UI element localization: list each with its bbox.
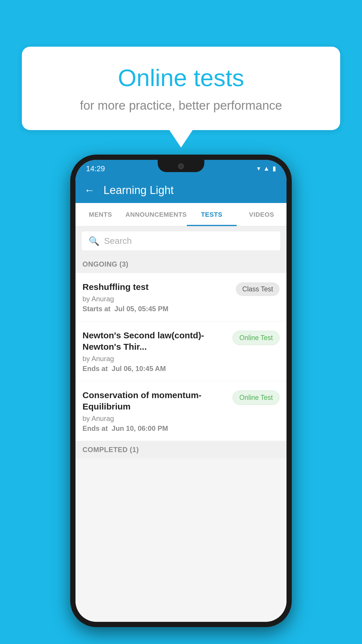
test-time: Ends at Jun 10, 06:00 PM (82, 424, 227, 433)
tab-videos[interactable]: VIDEOS (237, 203, 287, 226)
test-info: Reshuffling test by Anurag Starts at Jul… (82, 281, 230, 313)
tab-ments[interactable]: MENTS (75, 203, 125, 226)
test-name: Newton's Second law(contd)-Newton's Thir… (82, 330, 227, 352)
test-author: by Anurag (82, 355, 227, 363)
test-time: Ends at Jul 06, 10:45 AM (82, 365, 227, 373)
speech-bubble: Online tests for more practice, better p… (22, 47, 340, 130)
app-header: ← Learning Light (75, 177, 287, 203)
tab-tests[interactable]: TESTS (187, 203, 237, 226)
search-icon: 🔍 (89, 236, 99, 246)
tests-list: Reshuffling test by Anurag Starts at Jul… (75, 273, 287, 441)
test-badge-class: Class Test (236, 282, 280, 296)
battery-icon: ▮ (273, 165, 276, 172)
phone-notch (158, 160, 204, 172)
completed-label: COMPLETED (1) (82, 446, 139, 454)
test-item[interactable]: Reshuffling test by Anurag Starts at Jul… (75, 273, 287, 321)
tab-announcements[interactable]: ANNOUNCEMENTS (125, 203, 187, 226)
wifi-icon: ▾ (257, 165, 260, 172)
completed-section-header: COMPLETED (1) (75, 441, 287, 459)
test-info: Conservation of momentum-Equilibrium by … (82, 389, 227, 433)
back-button[interactable]: ← (84, 184, 95, 196)
ongoing-label: ONGOING (3) (82, 260, 129, 268)
tabs-bar: MENTS ANNOUNCEMENTS TESTS VIDEOS (75, 203, 287, 226)
speech-bubble-container: Online tests for more practice, better p… (22, 47, 340, 148)
test-author: by Anurag (82, 414, 227, 423)
signal-icon: ▲ (263, 165, 270, 172)
test-info: Newton's Second law(contd)-Newton's Thir… (82, 330, 227, 373)
app-title: Learning Light (103, 184, 174, 197)
phone-mockup: 14:29 ▾ ▲ ▮ ← Learning Light MENTS (70, 155, 292, 627)
test-item[interactable]: Newton's Second law(contd)-Newton's Thir… (75, 321, 287, 381)
screen-content: ← Learning Light MENTS ANNOUNCEMENTS TES… (75, 177, 287, 622)
status-time: 14:29 (86, 164, 105, 173)
bubble-title: Online tests (42, 64, 320, 92)
test-badge-online: Online Test (233, 331, 280, 345)
camera-lens (178, 163, 184, 169)
search-placeholder: Search (104, 236, 132, 246)
phone-outer-frame: 14:29 ▾ ▲ ▮ ← Learning Light MENTS (70, 155, 292, 627)
status-icons: ▾ ▲ ▮ (257, 165, 276, 172)
ongoing-section-header: ONGOING (3) (75, 256, 287, 273)
test-author: by Anurag (82, 295, 230, 303)
search-container: 🔍 Search (75, 226, 287, 256)
search-bar[interactable]: 🔍 Search (81, 231, 281, 251)
test-time: Starts at Jul 05, 05:45 PM (82, 305, 230, 313)
bubble-subtitle: for more practice, better performance (42, 99, 320, 113)
test-item[interactable]: Conservation of momentum-Equilibrium by … (75, 381, 287, 441)
test-name: Conservation of momentum-Equilibrium (82, 389, 227, 412)
bubble-tail (169, 130, 193, 148)
test-badge-online: Online Test (233, 391, 280, 405)
test-name: Reshuffling test (82, 281, 230, 293)
phone-screen: 14:29 ▾ ▲ ▮ ← Learning Light MENTS (75, 160, 287, 622)
